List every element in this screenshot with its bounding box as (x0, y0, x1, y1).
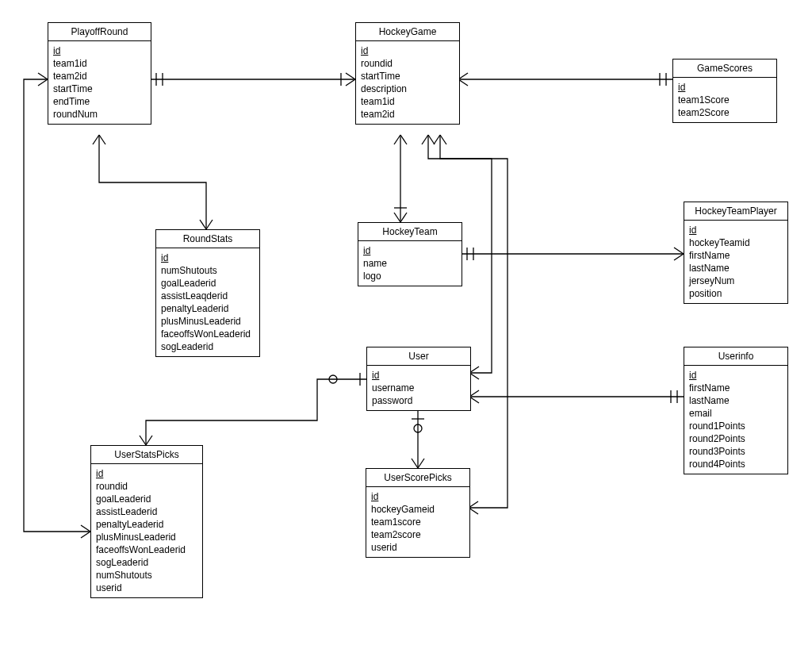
entity-attr: endTime (53, 95, 146, 108)
entity-attr: team2Score (678, 106, 772, 119)
svg-line-52 (81, 532, 90, 538)
svg-line-49 (38, 73, 48, 79)
svg-line-34 (440, 135, 446, 144)
svg-line-25 (674, 248, 684, 254)
svg-line-14 (99, 135, 105, 144)
entity-attr: team2score (371, 528, 465, 541)
entity-attrs: idhockeyGameidteam1scoreteam2scoreuserid (366, 487, 469, 557)
svg-line-16 (206, 220, 213, 229)
svg-line-44 (418, 459, 424, 468)
entity-attr: id (361, 44, 454, 57)
entity-attrs: idfirstNamelastNameemailround1Pointsroun… (684, 366, 787, 474)
entity-attr: lastName (689, 262, 783, 275)
entity-attr: faceoffsWonLeaderid (96, 543, 197, 556)
entity-hockeygame: HockeyGame idroundidstartTimedescription… (355, 22, 460, 125)
entity-attr: team1id (361, 95, 454, 108)
entity-hockeyteam: HockeyTeam idnamelogo (358, 222, 462, 286)
svg-line-51 (81, 525, 90, 532)
svg-line-33 (434, 135, 440, 144)
entity-attr: goalLeaderid (96, 493, 197, 505)
entity-attr: description (361, 83, 454, 95)
svg-line-50 (38, 79, 48, 86)
entity-attr: team2id (361, 108, 454, 121)
svg-line-47 (140, 436, 146, 445)
entity-attr: id (371, 490, 465, 503)
entity-attr: penaltyLeaderid (96, 518, 197, 531)
entity-attr: position (689, 287, 783, 300)
entity-attr: plusMinusLeaderid (96, 531, 197, 543)
entity-attr: userid (371, 541, 465, 554)
entity-attr: team2id (53, 70, 146, 83)
entity-attr: firstName (689, 382, 783, 394)
entity-attrs: idteam1idteam2idstartTimeendTimeroundNum (48, 41, 151, 124)
entity-attr: id (678, 81, 772, 94)
entity-attr: round2Points (689, 432, 783, 445)
svg-point-42 (414, 424, 422, 432)
entity-attr: sogLeaderid (96, 556, 197, 569)
entity-attr: name (363, 257, 457, 270)
svg-line-43 (412, 459, 418, 468)
svg-line-48 (146, 436, 152, 445)
entity-attr: assistLeaqderid (161, 290, 255, 302)
entity-attr: assistLeaderid (96, 505, 197, 518)
entity-playoffround: PlayoffRound idteam1idteam2idstartTimeen… (48, 22, 151, 125)
entity-attr: roundNum (53, 108, 146, 121)
entity-attr: logo (363, 270, 457, 282)
svg-point-45 (329, 375, 337, 383)
entity-attr: id (689, 369, 783, 382)
entity-attr: team1score (371, 516, 465, 528)
entity-attrs: idteam1Scoreteam2Score (673, 78, 776, 122)
svg-line-15 (200, 220, 206, 229)
entity-attr: team1Score (678, 94, 772, 106)
entity-attr: hockeyTeamid (689, 236, 783, 249)
entity-title: UserScorePicks (366, 469, 469, 487)
entity-title: HockeyGame (356, 23, 459, 41)
entity-attr: jerseyNum (689, 275, 783, 287)
entity-attr: startTime (361, 70, 454, 83)
svg-line-18 (394, 135, 400, 144)
svg-line-19 (400, 135, 407, 144)
entity-title: HockeyTeamPlayer (684, 202, 787, 221)
entity-attr: startTime (53, 83, 146, 95)
entity-attr: id (363, 244, 457, 257)
entity-attr: hockeyGameid (371, 503, 465, 516)
svg-line-27 (422, 135, 428, 144)
entity-title: GameScores (673, 60, 776, 78)
entity-attr: penaltyLeaderid (161, 302, 255, 315)
entity-attr: lastName (689, 394, 783, 407)
entity-attr: round1Points (689, 420, 783, 432)
er-diagram-canvas: PlayoffRound idteam1idteam2idstartTimeen… (0, 0, 812, 645)
svg-line-28 (428, 135, 435, 144)
entity-attr: id (372, 369, 465, 382)
svg-line-26 (674, 254, 684, 260)
entity-attr: id (96, 467, 197, 480)
entity-title: User (367, 347, 470, 366)
entity-attr: round4Points (689, 458, 783, 470)
svg-line-20 (394, 213, 400, 222)
entity-attr: team1id (53, 57, 146, 70)
entity-attrs: idroundidstartTimedescriptionteam1idteam… (356, 41, 459, 124)
entity-attr: sogLeaderid (161, 340, 255, 353)
entity-attrs: idusernamepassword (367, 366, 470, 410)
entity-title: RoundStats (156, 230, 259, 248)
entity-attr: goalLeaderid (161, 277, 255, 290)
entity-userinfo: Userinfo idfirstNamelastNameemailround1P… (684, 347, 788, 474)
entity-gamescores: GameScores idteam1Scoreteam2Score (672, 59, 777, 123)
svg-line-13 (93, 135, 99, 144)
entity-attr: roundid (96, 480, 197, 493)
entity-attr: numShutouts (161, 264, 255, 277)
entity-attrs: idhockeyTeamidfirstNamelastNamejerseyNum… (684, 221, 787, 303)
entity-title: HockeyTeam (358, 223, 462, 241)
entity-attr: firstName (689, 249, 783, 262)
entity-attr: username (372, 382, 465, 394)
entity-attr: roundid (361, 57, 454, 70)
svg-line-21 (400, 213, 407, 222)
entity-attr: userid (96, 582, 197, 594)
entity-attr: id (53, 44, 146, 57)
entity-attr: id (689, 224, 783, 236)
entity-attr: numShutouts (96, 569, 197, 582)
entity-title: UserStatsPicks (91, 446, 202, 464)
entity-attrs: idnamelogo (358, 241, 462, 286)
entity-roundstats: RoundStats idnumShutoutsgoalLeaderidassi… (155, 229, 260, 357)
entity-attrs: idnumShutoutsgoalLeaderidassistLeaqderid… (156, 248, 259, 356)
